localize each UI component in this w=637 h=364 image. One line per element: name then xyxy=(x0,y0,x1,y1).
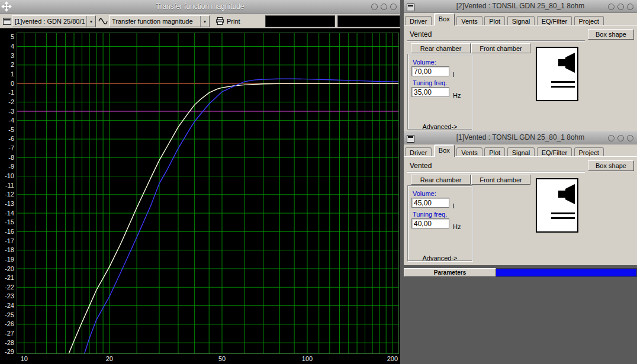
y-axis-tick-label: 0 xyxy=(0,80,14,88)
chevron-down-icon[interactable]: ▼ xyxy=(86,16,95,27)
advanced-link[interactable]: Advanced-> xyxy=(408,123,472,130)
port-line xyxy=(551,212,575,214)
separator xyxy=(407,172,585,173)
vented-box-panel-1: [1]Vented : TONSIL GDN 25_80_1 8ohm Driv… xyxy=(404,131,637,265)
panel2-title: [2]Vented : TONSIL GDN 25_80_1 8ohm xyxy=(404,2,637,10)
window-controls xyxy=(371,4,397,10)
source-combobox[interactable]: [1]vented : GDN 25/80/1 ▼ xyxy=(12,15,96,27)
panel2-titlebar[interactable]: [2]Vented : TONSIL GDN 25_80_1 8ohm xyxy=(404,0,637,13)
y-axis-tick-label: -21 xyxy=(0,274,14,282)
y-axis-tick-label: -22 xyxy=(0,284,14,291)
y-axis-tick-label: -8 xyxy=(0,154,14,162)
front-chamber-tab[interactable]: Front chamber xyxy=(471,175,530,185)
chart-region: 543210-1-2-3-4-5-6-7-8-9-10-11-12-13-14-… xyxy=(0,28,400,364)
y-axis-tick-label: 5 xyxy=(0,33,14,41)
separator xyxy=(407,40,585,41)
y-axis-tick-label: -19 xyxy=(0,256,14,263)
window-maximize-button[interactable] xyxy=(617,4,624,10)
box-shape-button[interactable]: Box shape xyxy=(588,29,634,40)
plot-type-combobox[interactable]: Transfer function magnitude ▼ xyxy=(109,15,210,27)
parameters-progress xyxy=(496,268,637,277)
chart-window-title: Transfer function magnitude xyxy=(0,2,400,11)
window-close-button[interactable] xyxy=(627,135,633,141)
y-axis-tick-label: -2 xyxy=(0,98,14,106)
enclosure-type-label: Vented xyxy=(410,30,432,38)
y-axis-tick-label: -26 xyxy=(0,320,14,328)
chart-toolbar: [1]vented : GDN 25/80/1 ▼ Transfer funct… xyxy=(0,14,400,28)
tuning-freq-input[interactable] xyxy=(411,87,449,97)
toolbar-display-right xyxy=(337,15,400,27)
parameters-header[interactable]: Parameters xyxy=(404,268,496,277)
printer-icon xyxy=(215,17,224,27)
box-shape-button[interactable]: Box shape xyxy=(588,160,634,171)
x-axis-tick-label: 20 xyxy=(102,355,117,362)
window-controls xyxy=(608,135,633,141)
y-axis-tick-label: -23 xyxy=(0,292,14,300)
chamber-groupbox: Volume: l Tuning freq. Hz Advanced-> xyxy=(407,54,472,130)
tab-box[interactable]: Box xyxy=(434,144,455,157)
y-axis-tick-label: 1 xyxy=(0,70,14,78)
y-axis-tick-label: -20 xyxy=(0,265,14,273)
rear-chamber-tab[interactable]: Rear chamber xyxy=(411,175,471,185)
x-axis-tick-label: 10 xyxy=(17,355,31,362)
y-axis-tick-label: -16 xyxy=(0,228,14,236)
y-axis-tick-label: -11 xyxy=(0,182,14,189)
y-axis-tick-label: -13 xyxy=(0,200,14,208)
x-axis-tick-label: 50 xyxy=(215,355,229,362)
speaker-cone xyxy=(565,184,575,204)
port-line xyxy=(551,81,575,83)
tab-box[interactable]: Box xyxy=(434,13,455,25)
y-axis-tick-label: -17 xyxy=(0,237,14,245)
y-axis-tick-label: -5 xyxy=(0,126,14,134)
port-line xyxy=(551,86,575,88)
speaker-magnet xyxy=(558,191,565,198)
vented-box-panel-2: [2]Vented : TONSIL GDN 25_80_1 8ohm Driv… xyxy=(404,0,637,131)
chevron-down-icon[interactable]: ▼ xyxy=(200,16,209,27)
tuning-freq-label: Tuning freq. xyxy=(413,79,447,86)
window-close-button[interactable] xyxy=(390,4,397,10)
panel1-title: [1]Vented : TONSIL GDN 25_80_1 8ohm xyxy=(404,133,637,141)
y-axis-tick-label: -4 xyxy=(0,117,14,124)
volume-label: Volume: xyxy=(413,59,436,66)
tuning-freq-input[interactable] xyxy=(411,218,449,228)
panel2-tabbar: Driver Box Vents Plot Signal EQ/Filter P… xyxy=(404,13,637,25)
y-axis-tick-label: -29 xyxy=(0,348,14,356)
x-axis-tick-label: 100 xyxy=(300,355,314,362)
window-minimize-button[interactable] xyxy=(608,135,615,141)
window-minimize-button[interactable] xyxy=(608,4,615,10)
advanced-link[interactable]: Advanced-> xyxy=(408,255,472,262)
transfer-function-plot[interactable] xyxy=(17,33,399,354)
print-button-label: Print xyxy=(227,18,240,25)
port-line xyxy=(551,217,575,219)
y-axis-tick-label: -18 xyxy=(0,246,14,254)
parameters-bar: Parameters xyxy=(404,268,637,277)
toolbar-display-left xyxy=(265,15,335,27)
y-axis-tick-label: -9 xyxy=(0,163,14,170)
volume-unit: l xyxy=(453,202,454,210)
move-cursor-icon xyxy=(1,1,12,12)
rear-chamber-tab[interactable]: Rear chamber xyxy=(411,43,471,53)
x-axis-tick-label: 200 xyxy=(385,355,400,362)
window-maximize-button[interactable] xyxy=(381,4,387,10)
transfer-function-window: Transfer function magnitude xyxy=(0,0,400,364)
y-axis-tick-label: -3 xyxy=(0,108,14,115)
y-axis-tick-label: -28 xyxy=(0,339,14,347)
desktop: Transfer function magnitude xyxy=(0,0,637,364)
box-shape-preview xyxy=(536,47,578,101)
tuning-unit: Hz xyxy=(453,92,461,99)
panel1-titlebar[interactable]: [1]Vented : TONSIL GDN 25_80_1 8ohm xyxy=(404,131,637,144)
window-icon xyxy=(2,17,12,26)
volume-input[interactable] xyxy=(411,66,449,76)
y-axis-tick-label: 3 xyxy=(0,52,14,60)
chart-window-titlebar[interactable]: Transfer function magnitude xyxy=(0,0,400,14)
print-button[interactable]: Print xyxy=(213,15,243,27)
volume-unit: l xyxy=(453,71,454,78)
front-chamber-tab[interactable]: Front chamber xyxy=(471,43,530,53)
volume-input[interactable] xyxy=(411,198,449,208)
window-minimize-button[interactable] xyxy=(371,4,378,10)
window-close-button[interactable] xyxy=(627,4,633,10)
y-axis-tick-label: -27 xyxy=(0,330,14,337)
chamber-groupbox: Volume: l Tuning freq. Hz Advanced-> xyxy=(407,185,472,261)
window-maximize-button[interactable] xyxy=(617,135,624,141)
volume-label: Volume: xyxy=(413,190,436,197)
